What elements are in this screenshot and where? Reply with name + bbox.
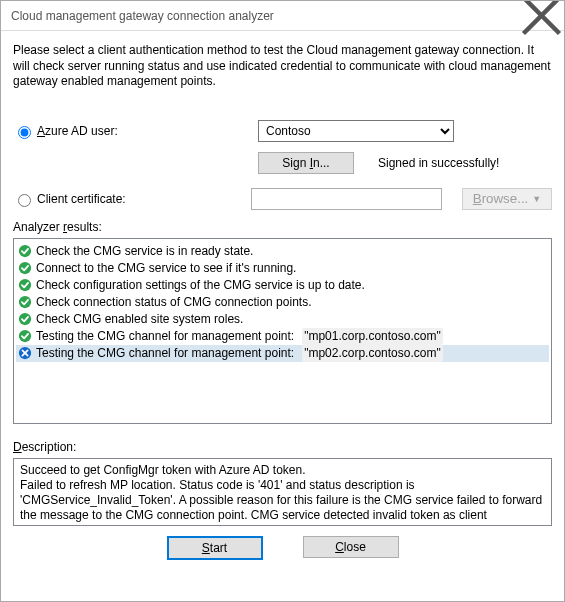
client-cert-row: Client certificate: Browse... ▼ (13, 188, 552, 210)
chevron-down-icon: ▼ (532, 194, 541, 204)
check-icon (18, 295, 32, 309)
result-text: Check the CMG service is in ready state. (36, 243, 253, 260)
result-item[interactable]: Check configuration settings of the CMG … (16, 277, 549, 294)
description-label: Description: (13, 440, 552, 454)
sign-in-button[interactable]: Sign In... (258, 152, 354, 174)
result-text: Check configuration settings of the CMG … (36, 277, 365, 294)
result-text: Testing the CMG channel for management p… (36, 345, 294, 362)
result-item[interactable]: Testing the CMG channel for management p… (16, 345, 549, 362)
result-item[interactable]: Testing the CMG channel for management p… (16, 328, 549, 345)
svg-point-7 (19, 330, 31, 342)
azure-ad-row: Azure AD user: Contoso (13, 120, 552, 142)
svg-point-4 (19, 279, 31, 291)
close-button[interactable]: Close (303, 536, 399, 558)
azure-ad-label: Azure AD user: (37, 124, 118, 138)
result-text: Testing the CMG channel for management p… (36, 328, 294, 345)
result-item[interactable]: Check the CMG service is in ready state. (16, 243, 549, 260)
svg-point-2 (19, 245, 31, 257)
button-bar: Start Close (13, 536, 552, 560)
result-text: Connect to the CMG service to see if it'… (36, 260, 296, 277)
client-cert-input (251, 188, 442, 210)
result-item[interactable]: Connect to the CMG service to see if it'… (16, 260, 549, 277)
client-cert-label: Client certificate: (37, 192, 126, 206)
management-point-host: "mp02.corp.contoso.com" (302, 345, 443, 362)
svg-point-6 (19, 313, 31, 325)
check-icon (18, 261, 32, 275)
result-item[interactable]: Check connection status of CMG connectio… (16, 294, 549, 311)
check-icon (18, 312, 32, 326)
instructions-text: Please select a client authentication me… (13, 43, 552, 90)
titlebar: Cloud management gateway connection anal… (1, 1, 564, 31)
sign-in-row: Sign In... Signed in successfully! (258, 152, 552, 174)
browse-button: Browse... ▼ (462, 188, 552, 210)
check-icon (18, 278, 32, 292)
error-icon (18, 346, 32, 360)
client-cert-radio[interactable] (18, 194, 31, 207)
svg-point-3 (19, 262, 31, 274)
check-icon (18, 244, 32, 258)
svg-point-5 (19, 296, 31, 308)
window-title: Cloud management gateway connection anal… (11, 9, 519, 23)
results-label: Analyzer results: (13, 220, 552, 234)
check-icon (18, 329, 32, 343)
result-text: Check connection status of CMG connectio… (36, 294, 311, 311)
close-icon[interactable] (519, 1, 564, 31)
start-button[interactable]: Start (167, 536, 263, 560)
result-text: Check CMG enabled site system roles. (36, 311, 243, 328)
tenant-dropdown[interactable]: Contoso (258, 120, 454, 142)
description-box[interactable]: Succeed to get ConfigMgr token with Azur… (13, 458, 552, 526)
result-item[interactable]: Check CMG enabled site system roles. (16, 311, 549, 328)
sign-in-status: Signed in successfully! (378, 156, 499, 170)
results-list[interactable]: Check the CMG service is in ready state.… (13, 238, 552, 424)
management-point-host: "mp01.corp.contoso.com" (302, 328, 443, 345)
azure-ad-radio[interactable] (18, 126, 31, 139)
